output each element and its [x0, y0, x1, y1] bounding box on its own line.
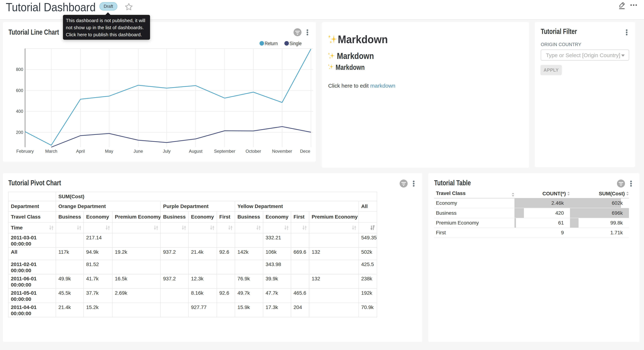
- svg-text:July: July: [163, 149, 171, 154]
- svg-text:800: 800: [16, 67, 23, 72]
- svg-text:Dece: Dece: [300, 149, 310, 154]
- svg-text:February: February: [16, 149, 34, 154]
- svg-text:200: 200: [16, 130, 23, 135]
- svg-text:June: June: [134, 149, 143, 154]
- svg-text:September: September: [214, 149, 235, 154]
- svg-text:March: March: [45, 149, 57, 154]
- svg-text:November: November: [272, 149, 292, 154]
- svg-text:May: May: [105, 149, 113, 154]
- svg-text:600: 600: [16, 88, 23, 93]
- svg-text:Return: Return: [265, 40, 278, 46]
- svg-text:August: August: [189, 149, 202, 154]
- svg-text:April: April: [76, 149, 85, 154]
- svg-text:October: October: [246, 149, 261, 154]
- svg-text:400: 400: [16, 109, 23, 114]
- svg-text:Single: Single: [290, 40, 302, 46]
